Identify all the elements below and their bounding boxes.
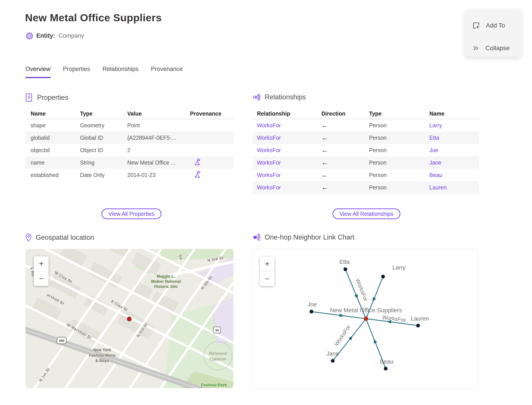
svg-text:33: 33 bbox=[215, 328, 219, 332]
node-label: Lauren bbox=[411, 315, 429, 322]
tab-relationships[interactable]: Relationships bbox=[103, 66, 139, 78]
edge-label: WorksFor bbox=[354, 277, 369, 302]
provenance-flag-icon[interactable] bbox=[194, 158, 201, 166]
relationship-link[interactable]: WorksFor bbox=[253, 147, 317, 154]
entity-link[interactable]: Beau bbox=[425, 172, 479, 178]
place-label: Festival Park bbox=[201, 383, 227, 387]
link-chart-canvas: WorksFor WorksFor WorksFor Etta Larry Jo… bbox=[253, 249, 478, 388]
collapse-button[interactable]: Collapse bbox=[472, 45, 510, 52]
col-relationship: Relationship bbox=[253, 110, 317, 117]
quick-actions-panel: Add To Collapse bbox=[465, 10, 521, 57]
relationship-link[interactable]: WorksFor bbox=[253, 160, 317, 166]
direction-arrow: ← bbox=[317, 159, 365, 166]
add-to-button[interactable]: Add To bbox=[472, 22, 505, 29]
route-shield-33: 33 bbox=[213, 327, 220, 333]
node-label: Jane bbox=[326, 350, 339, 357]
geospatial-section-header: Geospatial location bbox=[26, 233, 94, 242]
node-label: Etta bbox=[339, 258, 350, 265]
zoom-out-button[interactable]: − bbox=[260, 271, 274, 286]
chevrons-right-icon bbox=[472, 45, 479, 51]
table-row: WorksFor ← Person Etta bbox=[253, 132, 479, 144]
view-all-properties-button[interactable]: View All Properties bbox=[101, 209, 161, 219]
entity-type-dot bbox=[26, 33, 33, 39]
table-row: WorksFor ← Person Beau bbox=[253, 169, 479, 181]
table-row: globalid Global ID {A228944F-0EF5-... bbox=[26, 132, 233, 144]
table-row: name String New Metal Office ... bbox=[26, 156, 233, 169]
tab-provenance[interactable]: Provenance bbox=[151, 66, 183, 78]
graph-node-larry[interactable] bbox=[381, 275, 385, 279]
properties-table-header: Name Type Value Provenance bbox=[26, 108, 233, 119]
place-label: Historic Site bbox=[154, 284, 177, 289]
graph-node-beau[interactable] bbox=[384, 367, 388, 371]
place-label: New York bbox=[93, 348, 111, 352]
relationship-link[interactable]: WorksFor bbox=[253, 172, 317, 178]
edge-label: WorksFor bbox=[333, 324, 352, 347]
entity-link[interactable]: Larry bbox=[425, 122, 479, 129]
properties-section-title: Properties bbox=[37, 94, 68, 101]
properties-table: Name Type Value Provenance shape Geometr… bbox=[26, 108, 233, 181]
node-label: Joe bbox=[307, 301, 317, 308]
col-direction: Direction bbox=[317, 110, 365, 117]
page-title: New Metal Office Suppliers bbox=[25, 12, 162, 24]
map-zoom-control: + − bbox=[34, 256, 48, 286]
place-label: Fashion Mens bbox=[89, 353, 115, 358]
entity-link[interactable]: Etta bbox=[425, 135, 479, 141]
relationship-link[interactable]: WorksFor bbox=[253, 122, 317, 129]
tab-properties[interactable]: Properties bbox=[63, 66, 90, 78]
direction-arrow: ← bbox=[317, 134, 365, 142]
graph-node-joe[interactable] bbox=[310, 310, 313, 314]
graph-node-center[interactable] bbox=[364, 317, 368, 321]
add-to-label: Add To bbox=[486, 22, 505, 29]
linkchart-section-title: One-hop Neighbor Link Chart bbox=[265, 233, 354, 241]
entity-link[interactable]: Lauren bbox=[425, 184, 479, 191]
col-type: Type bbox=[75, 110, 122, 117]
direction-arrow: ← bbox=[317, 184, 365, 191]
direction-arrow: ← bbox=[317, 171, 365, 179]
graph-node-etta[interactable] bbox=[344, 268, 347, 271]
zoom-in-button[interactable]: + bbox=[260, 256, 274, 271]
place-label: & Boys bbox=[95, 358, 109, 363]
map-canvas: k Rd W Clay St Sa arshall St W Marshall … bbox=[26, 249, 233, 388]
node-label: Beau bbox=[380, 358, 393, 365]
collapse-label: Collapse bbox=[485, 45, 510, 52]
table-row: WorksFor ← Person Larry bbox=[253, 119, 479, 132]
table-row: shape Geometry Point bbox=[26, 119, 233, 132]
direction-arrow: ← bbox=[317, 146, 365, 154]
add-to-icon bbox=[472, 22, 480, 29]
map-marker[interactable] bbox=[127, 317, 132, 321]
tab-bar: Overview Properties Relationships Proven… bbox=[26, 66, 183, 78]
table-row: objectid Object ID 2 bbox=[26, 144, 233, 156]
relationships-section-title: Relationships bbox=[265, 93, 306, 101]
entity-badge-row: Entity: Company bbox=[26, 32, 84, 39]
entity-link[interactable]: Jane bbox=[425, 160, 479, 166]
provenance-flag-icon[interactable] bbox=[194, 170, 201, 178]
link-chart[interactable]: WorksFor WorksFor WorksFor Etta Larry Jo… bbox=[253, 249, 478, 389]
relationships-table-header: Relationship Direction Type Name bbox=[253, 108, 479, 119]
properties-icon bbox=[26, 93, 33, 102]
col-provenance: Provenance bbox=[185, 110, 233, 117]
place-label: Richmond bbox=[209, 351, 227, 356]
tab-overview[interactable]: Overview bbox=[26, 66, 51, 78]
map[interactable]: k Rd W Clay St Sa arshall St W Marshall … bbox=[26, 249, 233, 388]
node-label: Larry bbox=[392, 264, 406, 271]
edge-label: WorksFor bbox=[382, 314, 406, 323]
table-row: WorksFor ← Person Jane bbox=[253, 156, 479, 169]
graph-node-jane[interactable] bbox=[331, 359, 335, 363]
zoom-in-button[interactable]: + bbox=[34, 256, 48, 271]
linkchart-section-header: One-hop Neighbor Link Chart bbox=[253, 233, 354, 241]
location-pin-icon bbox=[26, 233, 32, 242]
entity-label: Entity: bbox=[36, 32, 55, 39]
relationships-icon bbox=[253, 93, 261, 101]
route-shield-250: 250 bbox=[57, 337, 66, 344]
relationships-section-header: Relationships bbox=[253, 93, 306, 101]
place-label: Walker National bbox=[151, 279, 181, 284]
center-node-label: New Metal Office Suppliers bbox=[330, 307, 402, 314]
relationship-link[interactable]: WorksFor bbox=[253, 184, 317, 191]
relationship-link[interactable]: WorksFor bbox=[253, 135, 317, 141]
linkchart-zoom-control: + − bbox=[260, 256, 274, 286]
zoom-out-button[interactable]: − bbox=[34, 271, 48, 286]
place-label: Coliseum bbox=[209, 357, 226, 361]
entity-link[interactable]: Joe bbox=[425, 147, 479, 154]
graph-node-lauren[interactable] bbox=[416, 324, 420, 328]
view-all-relationships-button[interactable]: View All Relationships bbox=[332, 209, 400, 219]
